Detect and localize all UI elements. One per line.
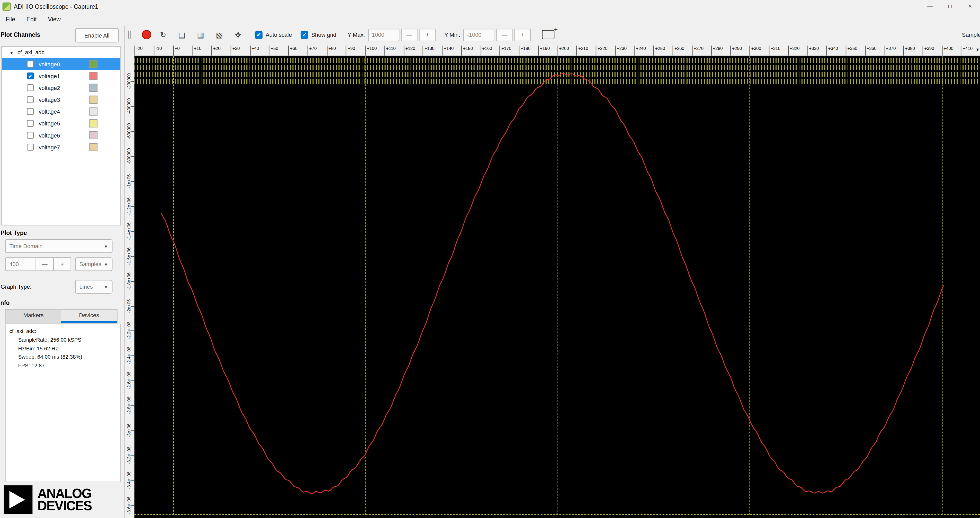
channel-row-voltage6[interactable]: voltage6	[2, 129, 120, 141]
maximize-button[interactable]: □	[940, 0, 960, 13]
chart-icon[interactable]: ▧	[212, 28, 226, 41]
device-info-line: SampleRate: 256.00 kSPS	[9, 336, 120, 345]
y-tick-mark	[131, 456, 134, 456]
x-tick-label: +130	[423, 46, 434, 56]
capture-record-button[interactable]	[142, 30, 151, 39]
channel-checkbox-voltage5[interactable]	[27, 120, 34, 127]
channel-color-swatch[interactable]	[89, 95, 97, 104]
x-tick-label: +260	[673, 46, 684, 56]
x-tick-label: -20	[134, 46, 143, 56]
sample-count-decrement-button[interactable]: —	[36, 257, 54, 271]
sample-unit-dropdown[interactable]: Samples ▼	[75, 257, 113, 271]
tree-expander-icon[interactable]: ▼	[9, 50, 14, 55]
plot-toolbar: ↻ ▤ ▦ ▧ ✥ ✔ Auto scale ✔ Show grid Y Max…	[125, 26, 980, 44]
x-tick-label: +230	[615, 46, 627, 56]
voltage1-trace	[161, 73, 943, 494]
menu-edit[interactable]: Edit	[21, 16, 43, 22]
adi-triangle-logo-icon	[4, 485, 33, 514]
ruler-options-arrow-icon[interactable]: ▾	[977, 47, 979, 52]
channel-color-swatch[interactable]	[89, 84, 97, 92]
graph-type-label: Graph Type:	[0, 284, 31, 290]
channel-tree: ▼ cf_axi_adc voltage0✔voltage1voltage2vo…	[1, 46, 121, 226]
channel-color-swatch[interactable]	[89, 131, 97, 139]
grid-layout-icon[interactable]: ▦	[194, 28, 207, 41]
analog-devices-logo: ANALOG DEVICES	[4, 485, 92, 514]
channel-checkbox-voltage6[interactable]	[27, 132, 34, 139]
channel-label: voltage3	[39, 96, 60, 103]
channel-color-swatch[interactable]	[89, 108, 97, 116]
y-tick-mark	[131, 106, 134, 107]
enable-all-button[interactable]: Enable All	[75, 28, 119, 43]
x-tick-label: +310	[768, 46, 780, 56]
plot-type-value: Time Domain	[9, 243, 43, 249]
x-tick-label: -10	[154, 46, 162, 56]
x-tick-label: +270	[692, 46, 704, 56]
y-tick-mark	[131, 381, 134, 381]
x-axis-ruler[interactable]: ▾ -20-10+0+10+20+30+40+50+60+70+80+90+10…	[134, 44, 980, 56]
channel-row-voltage1[interactable]: ✔voltage1	[2, 70, 120, 82]
y-max-decrement-button[interactable]: —	[401, 29, 417, 41]
x-tick-label: +140	[442, 46, 454, 56]
refresh-icon[interactable]: ↻	[156, 28, 170, 41]
plot-type-dropdown[interactable]: Time Domain ▼	[5, 239, 112, 253]
channel-checkbox-voltage2[interactable]	[27, 84, 34, 91]
x-tick-label: +30	[231, 46, 240, 56]
x-tick-label: +380	[903, 46, 915, 56]
channel-color-swatch[interactable]	[89, 60, 97, 68]
channel-color-swatch[interactable]	[89, 72, 97, 80]
menu-file[interactable]: File	[0, 16, 21, 22]
y-max-input[interactable]: 1000	[368, 29, 399, 41]
tab-markers[interactable]: Markers	[6, 310, 61, 323]
channel-row-voltage7[interactable]: voltage7	[2, 141, 120, 153]
move-icon[interactable]: ✥	[231, 28, 245, 41]
x-tick-label: +330	[807, 46, 819, 56]
tab-devices[interactable]: Devices	[61, 310, 117, 323]
info-tab-bar: MarkersDevices	[5, 309, 117, 324]
channel-label: voltage5	[39, 120, 60, 127]
x-tick-label: +170	[500, 46, 511, 56]
title-bar: ADI IIO Oscilloscope - Capture1 — □ ×	[0, 0, 980, 13]
channel-list: voltage0✔voltage1voltage2voltage3voltage…	[2, 58, 120, 153]
auto-scale-checkbox[interactable]: ✔	[255, 31, 262, 38]
device-group-row[interactable]: ▼ cf_axi_adc	[2, 47, 120, 58]
save-icon[interactable]: ▤	[175, 28, 189, 41]
y-max-increment-button[interactable]: +	[419, 29, 436, 41]
toolbar-grip[interactable]	[128, 30, 132, 39]
channel-label: voltage4	[39, 108, 60, 114]
channel-row-voltage3[interactable]: voltage3	[2, 94, 120, 106]
sample-count-input[interactable]: 400	[5, 257, 36, 271]
channel-row-voltage4[interactable]: voltage4	[2, 106, 120, 118]
close-button[interactable]: ×	[960, 0, 980, 13]
plot-channels-label: Plot Channels	[0, 31, 40, 38]
x-tick-label: +80	[327, 46, 336, 56]
x-tick-label: +240	[634, 46, 646, 56]
y-tick-label: -3.2e+06	[127, 447, 131, 464]
y-min-input[interactable]: -1000	[463, 29, 495, 41]
channel-checkbox-voltage0[interactable]	[27, 61, 34, 68]
channel-row-voltage2[interactable]: voltage2	[2, 82, 120, 94]
y-tick-label: -3.6e+06	[127, 497, 131, 514]
menu-view[interactable]: View	[42, 16, 66, 22]
channel-checkbox-voltage3[interactable]	[27, 96, 34, 103]
channel-color-swatch[interactable]	[89, 119, 97, 127]
y-axis-ruler[interactable]: -200000-400000-600000-800000-1e+06-1.2e+…	[125, 56, 134, 518]
channel-label: voltage2	[39, 84, 60, 91]
app-icon	[3, 2, 11, 11]
device-info-panel: cf_axi_adc: SampleRate: 256.00 kSPSHz/Bi…	[5, 324, 121, 482]
channel-checkbox-voltage7[interactable]	[27, 144, 34, 151]
graph-type-dropdown[interactable]: Lines ▼	[75, 280, 113, 294]
show-grid-checkbox[interactable]: ✔	[301, 31, 308, 38]
y-min-decrement-button[interactable]: —	[496, 29, 512, 41]
channel-row-voltage0[interactable]: voltage0	[2, 58, 120, 70]
y-min-increment-button[interactable]: +	[514, 29, 531, 41]
window-title: ADI IIO Oscilloscope - Capture1	[14, 3, 98, 10]
sample-count-increment-button[interactable]: +	[53, 257, 71, 271]
channel-checkbox-voltage4[interactable]	[27, 108, 34, 115]
new-plot-button[interactable]: +	[542, 30, 555, 39]
minimize-button[interactable]: —	[920, 0, 940, 13]
oscilloscope-canvas[interactable]	[134, 56, 980, 518]
channel-color-swatch[interactable]	[89, 143, 97, 151]
x-tick-label: +100	[365, 46, 377, 56]
channel-checkbox-voltage1[interactable]: ✔	[27, 73, 34, 79]
channel-row-voltage5[interactable]: voltage5	[2, 118, 120, 129]
